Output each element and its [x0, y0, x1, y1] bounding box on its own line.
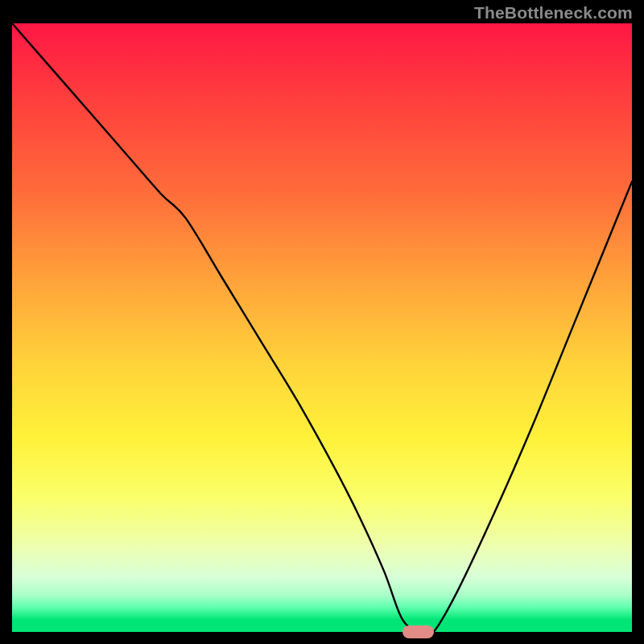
chart-frame: TheBottleneck.com — [0, 0, 644, 644]
watermark-text: TheBottleneck.com — [474, 3, 633, 23]
optimal-point-marker — [402, 625, 434, 638]
bottleneck-curve — [12, 23, 632, 632]
